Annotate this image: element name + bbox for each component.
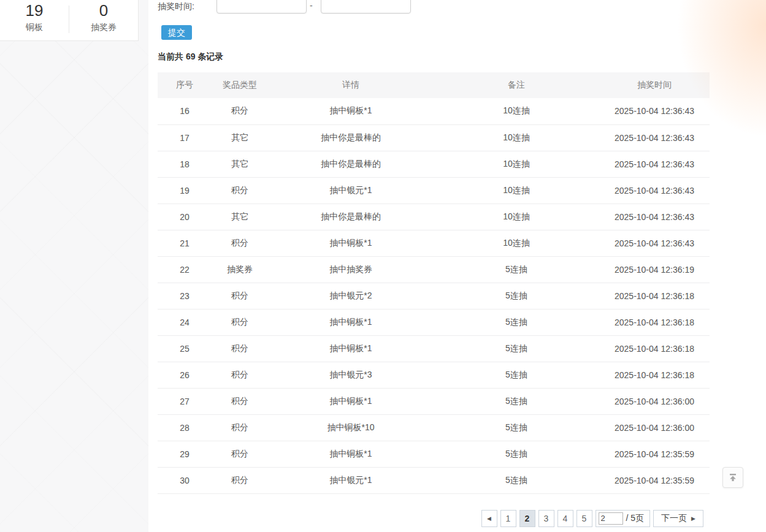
cell-time: 2025-10-04 12:36:43 bbox=[599, 98, 710, 124]
cell-remark: 10连抽 bbox=[434, 230, 599, 256]
cell-time: 2025-10-04 12:36:18 bbox=[599, 309, 710, 335]
cell-detail: 抽中银元*3 bbox=[268, 362, 434, 388]
cell-prize-type: 积分 bbox=[212, 414, 268, 441]
draw-time-start-input[interactable] bbox=[216, 0, 307, 13]
page-button[interactable]: 4 bbox=[557, 510, 573, 527]
cell-remark: 5连抽 bbox=[434, 256, 599, 283]
column-header: 奖品类型 bbox=[212, 72, 268, 98]
pagination: ◀ 12345 / 5页 下一页 ▶ bbox=[158, 510, 710, 527]
cell-detail: 抽中你是最棒的 bbox=[268, 151, 434, 177]
stat-coins-label: 铜板 bbox=[0, 22, 69, 33]
page-button[interactable]: 3 bbox=[538, 510, 554, 527]
submit-button[interactable]: 提交 bbox=[161, 25, 192, 40]
table-row: 17 其它 抽中你是最棒的 10连抽 2025-10-04 12:36:43 bbox=[158, 124, 710, 151]
cell-remark: 10连抽 bbox=[434, 177, 599, 203]
cell-prize-type: 积分 bbox=[212, 441, 268, 467]
record-count: 当前共 69 条记录 bbox=[158, 51, 766, 63]
cell-detail: 抽中铜板*1 bbox=[268, 230, 434, 256]
table-row: 27 积分 抽中铜板*1 5连抽 2025-10-04 12:36:00 bbox=[158, 388, 710, 414]
page-total-label: / 5页 bbox=[626, 513, 645, 524]
cell-remark: 5连抽 bbox=[434, 283, 599, 309]
main-content: 抽奖时间: - 提交 当前共 69 条记录 序号奖品类型详情备注抽奖时间 16 … bbox=[148, 0, 766, 532]
cell-detail: 抽中铜板*1 bbox=[268, 441, 434, 467]
next-page-button[interactable]: 下一页 ▶ bbox=[653, 510, 703, 527]
cell-seq: 24 bbox=[158, 309, 212, 335]
cell-remark: 5连抽 bbox=[434, 467, 599, 493]
cell-detail: 抽中铜板*1 bbox=[268, 309, 434, 335]
cell-seq: 18 bbox=[158, 151, 212, 177]
table-row: 29 积分 抽中铜板*1 5连抽 2025-10-04 12:35:59 bbox=[158, 441, 710, 467]
cell-remark: 5连抽 bbox=[434, 335, 599, 362]
next-page-label: 下一页 bbox=[661, 513, 687, 524]
cell-time: 2025-10-04 12:36:18 bbox=[599, 335, 710, 362]
cell-prize-type: 积分 bbox=[212, 177, 268, 203]
draw-time-end-input[interactable] bbox=[321, 0, 411, 13]
cell-prize-type: 抽奖券 bbox=[212, 256, 268, 283]
cell-detail: 抽中银元*1 bbox=[268, 177, 434, 203]
table-row: 24 积分 抽中铜板*1 5连抽 2025-10-04 12:36:18 bbox=[158, 309, 710, 335]
cell-time: 2025-10-04 12:35:59 bbox=[599, 441, 710, 467]
column-header: 序号 bbox=[158, 72, 212, 98]
cell-remark: 10连抽 bbox=[434, 124, 599, 151]
back-to-top-icon bbox=[728, 473, 738, 482]
cell-prize-type: 积分 bbox=[212, 362, 268, 388]
stat-coins-value: 19 bbox=[0, 1, 69, 20]
cell-remark: 5连抽 bbox=[434, 309, 599, 335]
cell-detail: 抽中铜板*10 bbox=[268, 414, 434, 441]
table-row: 26 积分 抽中银元*3 5连抽 2025-10-04 12:36:18 bbox=[158, 362, 710, 388]
column-header: 抽奖时间 bbox=[599, 72, 710, 98]
cell-seq: 16 bbox=[158, 98, 212, 124]
stat-coins: 19 铜板 bbox=[0, 0, 69, 40]
cell-time: 2025-10-04 12:35:59 bbox=[599, 467, 710, 493]
page-button[interactable]: 5 bbox=[576, 510, 592, 527]
table-body: 16 积分 抽中铜板*1 10连抽 2025-10-04 12:36:43 17… bbox=[158, 98, 710, 493]
page-jump-input[interactable] bbox=[599, 512, 623, 525]
cell-time: 2025-10-04 12:36:18 bbox=[599, 362, 710, 388]
cell-detail: 抽中你是最棒的 bbox=[268, 203, 434, 230]
cell-seq: 21 bbox=[158, 230, 212, 256]
table-row: 30 积分 抽中银元*1 5连抽 2025-10-04 12:35:59 bbox=[158, 467, 710, 493]
cell-time: 2025-10-04 12:36:43 bbox=[599, 177, 710, 203]
cell-seq: 27 bbox=[158, 388, 212, 414]
draw-time-label: 抽奖时间: bbox=[158, 0, 194, 12]
cell-prize-type: 其它 bbox=[212, 203, 268, 230]
cell-prize-type: 积分 bbox=[212, 467, 268, 493]
stats-card: 19 铜板 0 抽奖券 bbox=[0, 0, 139, 41]
page-button[interactable]: 1 bbox=[500, 510, 516, 527]
cell-prize-type: 积分 bbox=[212, 309, 268, 335]
cell-prize-type: 积分 bbox=[212, 98, 268, 124]
page-button[interactable]: 2 bbox=[519, 510, 535, 527]
cell-detail: 抽中铜板*1 bbox=[268, 98, 434, 124]
records-table: 序号奖品类型详情备注抽奖时间 16 积分 抽中铜板*1 10连抽 2025-10… bbox=[158, 72, 710, 494]
cell-detail: 抽中银元*1 bbox=[268, 467, 434, 493]
table-header-row: 序号奖品类型详情备注抽奖时间 bbox=[158, 72, 710, 98]
cell-time: 2025-10-04 12:36:43 bbox=[599, 203, 710, 230]
cell-time: 2025-10-04 12:36:19 bbox=[599, 256, 710, 283]
page-buttons: 12345 bbox=[500, 510, 592, 527]
cell-seq: 23 bbox=[158, 283, 212, 309]
prev-page-button[interactable]: ◀ bbox=[481, 510, 497, 527]
cell-seq: 30 bbox=[158, 467, 212, 493]
cell-time: 2025-10-04 12:36:43 bbox=[599, 124, 710, 151]
cell-prize-type: 积分 bbox=[212, 230, 268, 256]
cell-remark: 5连抽 bbox=[434, 414, 599, 441]
cell-detail: 抽中银元*2 bbox=[268, 283, 434, 309]
cell-seq: 26 bbox=[158, 362, 212, 388]
table-row: 21 积分 抽中铜板*1 10连抽 2025-10-04 12:36:43 bbox=[158, 230, 710, 256]
cell-seq: 17 bbox=[158, 124, 212, 151]
cell-seq: 28 bbox=[158, 414, 212, 441]
stat-tickets-label: 抽奖券 bbox=[69, 22, 138, 33]
date-range-separator: - bbox=[310, 0, 313, 10]
table-row: 23 积分 抽中银元*2 5连抽 2025-10-04 12:36:18 bbox=[158, 283, 710, 309]
records-table-wrap: 序号奖品类型详情备注抽奖时间 16 积分 抽中铜板*1 10连抽 2025-10… bbox=[158, 72, 710, 494]
cell-remark: 5连抽 bbox=[434, 362, 599, 388]
cell-time: 2025-10-04 12:36:00 bbox=[599, 414, 710, 441]
cell-remark: 5连抽 bbox=[434, 388, 599, 414]
prev-arrow-icon: ◀ bbox=[487, 515, 491, 522]
table-row: 16 积分 抽中铜板*1 10连抽 2025-10-04 12:36:43 bbox=[158, 98, 710, 124]
back-to-top-button[interactable] bbox=[722, 467, 743, 488]
cell-detail: 抽中你是最棒的 bbox=[268, 124, 434, 151]
left-panel: 19 铜板 0 抽奖券 bbox=[0, 0, 148, 532]
cell-remark: 5连抽 bbox=[434, 441, 599, 467]
table-row: 19 积分 抽中银元*1 10连抽 2025-10-04 12:36:43 bbox=[158, 177, 710, 203]
